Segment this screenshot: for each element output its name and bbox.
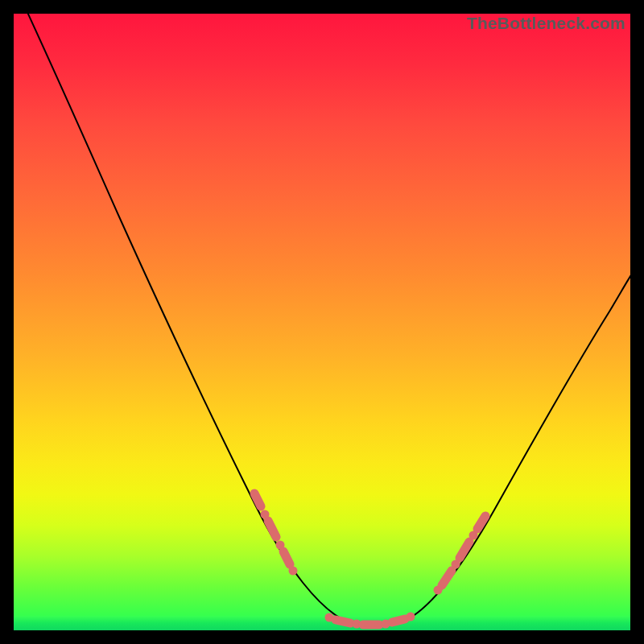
svg-line-11 [392,619,405,622]
marker-cluster-left [254,493,298,576]
svg-line-4 [283,551,290,564]
svg-point-12 [407,613,415,621]
svg-line-16 [460,542,469,558]
bottleneck-curve-svg [14,14,630,630]
svg-line-7 [336,620,350,623]
plot-area: TheBottleneck.com [14,14,630,630]
svg-point-5 [289,567,298,576]
bottleneck-curve [17,14,630,625]
svg-line-14 [442,571,452,585]
chart-frame: TheBottleneck.com [0,0,644,644]
svg-line-2 [268,521,276,537]
svg-line-0 [254,493,261,506]
marker-cluster-right [434,516,486,595]
marker-cluster-valley [325,613,415,629]
